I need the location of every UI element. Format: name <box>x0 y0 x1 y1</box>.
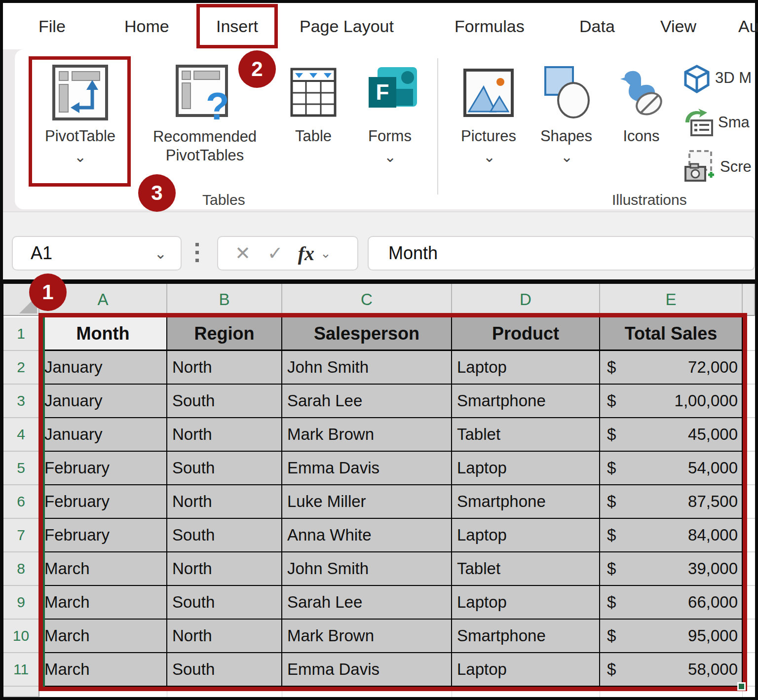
formula-input[interactable]: Month <box>368 236 755 271</box>
icons-label: Icons <box>613 127 670 145</box>
insert-tab-highlight-box: Insert <box>196 4 278 48</box>
tab-page-layout[interactable]: Page Layout <box>300 3 394 49</box>
row-header-10[interactable]: 10 <box>3 620 39 653</box>
forms-chevron-icon[interactable]: ⌄ <box>384 148 396 165</box>
illustrations-group-label: Illustrations <box>612 192 687 208</box>
forms-label: Forms <box>358 127 422 145</box>
column-header-C[interactable]: C <box>282 284 452 316</box>
smartart-icon <box>683 108 714 138</box>
tab-file[interactable]: File <box>38 3 66 49</box>
tables-group-label: Tables <box>202 192 245 208</box>
row-header-4[interactable]: 4 <box>3 418 39 452</box>
tab-automate[interactable]: Au <box>738 3 758 49</box>
tab-data[interactable]: Data <box>579 3 615 49</box>
column-header-partial[interactable] <box>743 284 755 316</box>
row-header-2[interactable]: 2 <box>3 351 39 385</box>
selection-border <box>43 317 45 687</box>
formula-bar-grip[interactable] <box>195 243 199 262</box>
shapes-chevron-icon[interactable]: ⌄ <box>561 148 573 165</box>
svg-text:?: ? <box>206 84 229 126</box>
step-2-badge: 2 <box>238 50 276 88</box>
step-1-badge: 1 <box>29 273 67 311</box>
row-header-partial[interactable] <box>3 687 39 697</box>
row-header-11[interactable]: 11 <box>3 653 39 687</box>
menu-bar: File Home Insert Page Layout Formulas Da… <box>3 3 755 49</box>
shapes-button[interactable]: Shapes ⌄ <box>535 63 597 186</box>
pictures-label: Pictures <box>456 127 521 145</box>
pivottable-icon <box>52 64 109 121</box>
3d-models-label: 3D M <box>715 69 752 87</box>
pictures-chevron-icon[interactable]: ⌄ <box>483 148 495 165</box>
step-3-badge: 3 <box>138 174 176 212</box>
3d-models-icon <box>683 64 710 94</box>
tab-view[interactable]: View <box>660 3 696 49</box>
icons-duck-icon <box>615 66 670 120</box>
fill-handle[interactable] <box>737 682 746 691</box>
screenshot-icon <box>683 149 716 184</box>
column-header-B[interactable]: B <box>167 284 282 316</box>
pictures-icon <box>463 68 514 117</box>
tab-insert[interactable]: Insert <box>216 17 258 36</box>
screenshot-button[interactable]: Scre <box>683 149 758 185</box>
recommended-pivottable-icon: ? <box>175 64 239 126</box>
row-header-1[interactable]: 1 <box>3 317 39 351</box>
column-header-E[interactable]: E <box>600 284 743 316</box>
enter-icon[interactable]: ✓ <box>267 242 283 264</box>
forms-button[interactable]: F Forms ⌄ <box>358 60 422 183</box>
excel-window: File Home Insert Page Layout Formulas Da… <box>0 0 758 700</box>
3d-models-button[interactable]: 3D M <box>683 63 758 95</box>
table-label: Table <box>284 127 343 145</box>
smartart-label: Sma <box>718 114 750 131</box>
ribbon-group-separator <box>437 58 438 194</box>
column-header-D[interactable]: D <box>452 284 600 316</box>
formula-buttons: ✕ ✓ fx ⌄ <box>217 236 358 271</box>
screenshot-label: Scre <box>720 158 752 176</box>
shapes-label: Shapes <box>535 127 597 145</box>
name-box[interactable]: A1 ⌄ <box>12 236 182 271</box>
smartart-button[interactable]: Sma <box>683 108 758 139</box>
tab-formulas[interactable]: Formulas <box>455 3 525 49</box>
tab-home[interactable]: Home <box>124 3 169 49</box>
pictures-button[interactable]: Pictures ⌄ <box>456 63 521 186</box>
recommended-pivottables-label: Recommended PivotTables <box>143 127 266 165</box>
table-icon <box>290 67 337 117</box>
table-highlight-border <box>38 313 747 691</box>
pivottable-button[interactable]: PivotTable ⌄ <box>35 60 126 183</box>
formula-value: Month <box>388 243 438 264</box>
row-header-3[interactable]: 3 <box>3 385 39 418</box>
cancel-icon[interactable]: ✕ <box>235 242 251 264</box>
row-header-6[interactable]: 6 <box>3 485 39 519</box>
row-header-8[interactable]: 8 <box>3 552 39 586</box>
icons-button[interactable]: Icons <box>613 63 670 186</box>
fx-chevron-icon[interactable]: ⌄ <box>320 246 331 261</box>
row-header-7[interactable]: 7 <box>3 519 39 552</box>
pivottable-label: PivotTable <box>35 127 126 145</box>
table-button[interactable]: Table <box>284 63 343 186</box>
row-header-5[interactable]: 5 <box>3 452 39 485</box>
name-box-chevron-icon[interactable]: ⌄ <box>154 245 167 262</box>
name-box-value: A1 <box>31 243 52 264</box>
pivottable-chevron-icon[interactable]: ⌄ <box>74 148 86 165</box>
row-header-9[interactable]: 9 <box>3 586 39 620</box>
insert-function-icon[interactable]: fx <box>298 242 314 265</box>
